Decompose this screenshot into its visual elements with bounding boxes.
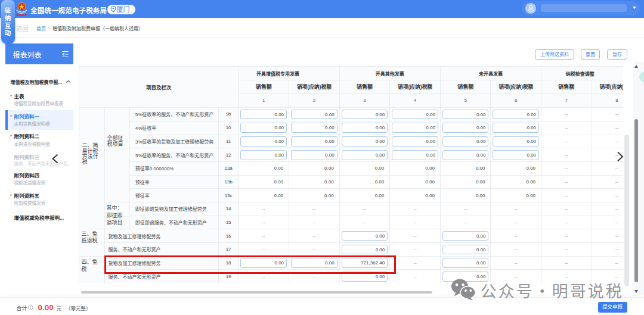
svg-text:中国税务: 中国税务 [17, 13, 27, 15]
